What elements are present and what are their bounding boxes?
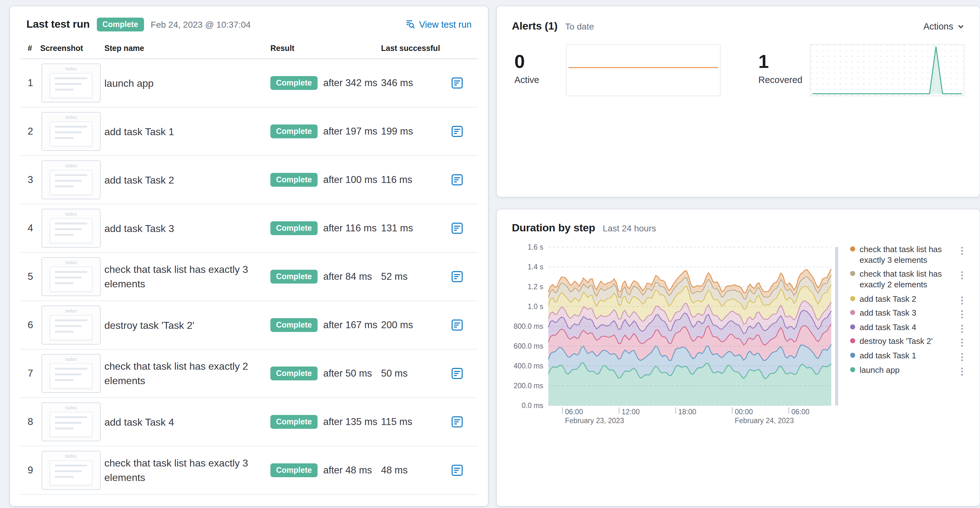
step-detail-icon-button[interactable] (449, 75, 465, 92)
step-trace-icon (451, 77, 463, 90)
last-successful-duration: 52 ms (381, 271, 449, 283)
legend-item[interactable]: launch app (850, 365, 966, 375)
svg-text:February 23, 2023: February 23, 2023 (565, 416, 624, 425)
last-successful-duration: 200 ms (381, 320, 449, 331)
col-last-successful: Last successful (381, 44, 449, 53)
step-result-duration: after 116 ms (323, 223, 377, 234)
last-test-run-panel: Last test run Complete Feb 24, 2023 @ 10… (10, 6, 488, 506)
thumbnail-caption: todos (65, 454, 77, 459)
step-result-duration: after 100 ms (323, 175, 377, 186)
legend-dot (850, 296, 855, 301)
svg-text:12:00: 12:00 (622, 408, 640, 416)
step-detail-icon-button[interactable] (449, 317, 465, 333)
step-trace-icon (451, 367, 463, 380)
legend-item[interactable]: add task Task 2 (850, 294, 966, 304)
step-screenshot-thumbnail[interactable]: todos (41, 257, 100, 297)
thumbnail-content (50, 267, 92, 292)
chevron-down-icon (957, 23, 965, 30)
legend-item[interactable]: check that task list has exactly 3 eleme… (850, 244, 966, 266)
legend-item-menu-button[interactable] (959, 270, 965, 281)
step-screenshot-thumbnail[interactable]: todos (41, 209, 100, 248)
actions-dropdown-button[interactable]: Actions (923, 21, 965, 32)
thumbnail-content (50, 364, 92, 389)
step-screenshot-thumbnail[interactable]: todos (41, 64, 100, 103)
legend-item-menu-button[interactable] (959, 309, 965, 320)
legend-item-menu-button[interactable] (959, 365, 965, 377)
step-detail-icon-button[interactable] (449, 462, 465, 479)
duration-stacked-area-chart: 1.6 s1.4 s1.2 s1.0 s800.0 ms600.0 ms400.… (512, 242, 844, 431)
thumbnail-content (50, 460, 92, 486)
legend-label: add task Task 4 (859, 322, 916, 333)
thumbnail-content (50, 219, 92, 244)
legend-item-menu-button[interactable] (959, 337, 965, 349)
step-name: check that task list has exactly 3 eleme… (104, 262, 270, 291)
thumbnail-caption: todos (65, 260, 77, 265)
table-row: 6 todos destroy task 'Task 2' Complete a… (20, 302, 478, 350)
legend-item-menu-button[interactable] (959, 295, 965, 306)
duration-by-step-panel: Duration by step Last 24 hours 1.6 s1.4 … (497, 210, 980, 506)
step-detail-icon-button[interactable] (449, 414, 465, 430)
svg-text:06:00: 06:00 (565, 408, 583, 416)
legend-item-menu-button[interactable] (959, 351, 965, 363)
legend-item[interactable]: add task Task 3 (850, 308, 966, 318)
legend-item-menu-button[interactable] (959, 323, 965, 335)
thumbnail-caption: todos (65, 406, 77, 410)
alerts-header: Alerts (1) To date Actions (512, 20, 965, 33)
step-detail-icon-button[interactable] (449, 221, 465, 237)
step-detail-icon-button[interactable] (449, 269, 465, 285)
legend-item[interactable]: add task Task 4 (850, 322, 966, 333)
recovered-alerts-count: 1 (758, 52, 801, 71)
last-test-run-table: 1 todos launch app Complete after 342 ms… (20, 59, 478, 495)
view-test-run-link[interactable]: View test run (405, 19, 472, 30)
step-result-duration: after 48 ms (323, 465, 372, 476)
svg-text:February 24, 2023: February 24, 2023 (735, 416, 794, 425)
thumbnail-content (50, 122, 92, 147)
svg-text:1.6 s: 1.6 s (528, 243, 543, 251)
step-result-badge: Complete (270, 124, 318, 139)
svg-text:1.4 s: 1.4 s (528, 263, 543, 271)
step-detail-icon-button[interactable] (449, 124, 465, 140)
legend-item[interactable]: destroy task 'Task 2' (850, 337, 966, 347)
legend-label: add task Task 2 (859, 294, 916, 304)
step-number: 4 (28, 223, 40, 234)
thumbnail-caption: todos (65, 164, 77, 168)
step-number: 5 (28, 271, 40, 283)
step-result-badge: Complete (270, 318, 318, 332)
thumbnail-content (50, 412, 92, 437)
step-trace-icon (451, 416, 463, 429)
active-alerts-count: 0 (514, 52, 557, 71)
thumbnail-caption: todos (65, 67, 77, 71)
alerts-panel: Alerts (1) To date Actions 0 Active (497, 6, 980, 197)
step-detail-icon-button[interactable] (449, 365, 465, 382)
duration-subtitle: Last 24 hours (603, 223, 656, 233)
step-detail-icon-button[interactable] (449, 172, 465, 188)
legend-item-menu-button[interactable] (959, 245, 965, 257)
legend-label: add task Task 1 (859, 351, 916, 361)
step-number: 8 (28, 416, 40, 428)
step-screenshot-thumbnail[interactable]: todos (41, 112, 100, 151)
svg-text:18:00: 18:00 (678, 408, 697, 416)
legend-item[interactable]: check that task list has exactly 2 eleme… (850, 270, 966, 291)
svg-text:00:00: 00:00 (735, 408, 753, 416)
step-screenshot-thumbnail[interactable]: todos (41, 306, 100, 345)
recovered-alerts-metric: 1 Recovered (756, 44, 965, 96)
table-row: 2 todos add task Task 1 Complete after 1… (20, 108, 478, 156)
last-successful-duration: 50 ms (381, 368, 449, 379)
thumbnail-caption: todos (65, 357, 77, 362)
last-successful-duration: 346 ms (381, 78, 449, 89)
step-result-badge: Complete (270, 76, 318, 90)
legend-dot (850, 353, 855, 358)
step-name: add task Task 3 (104, 221, 270, 235)
step-screenshot-thumbnail[interactable]: todos (41, 354, 100, 393)
step-screenshot-thumbnail[interactable]: todos (41, 403, 100, 442)
table-row: 1 todos launch app Complete after 342 ms… (20, 59, 478, 108)
step-result-badge: Complete (270, 415, 318, 429)
chart-legend: check that task list has exactly 3 eleme… (844, 242, 966, 431)
step-screenshot-thumbnail[interactable]: todos (41, 451, 100, 490)
last-test-run-header: Last test run Complete Feb 24, 2023 @ 10… (20, 17, 478, 32)
svg-text:1.2 s: 1.2 s (528, 283, 543, 291)
legend-item[interactable]: add task Task 1 (850, 351, 966, 361)
step-result-badge: Complete (270, 270, 318, 284)
thumbnail-caption: todos (65, 309, 77, 313)
step-screenshot-thumbnail[interactable]: todos (41, 160, 100, 200)
